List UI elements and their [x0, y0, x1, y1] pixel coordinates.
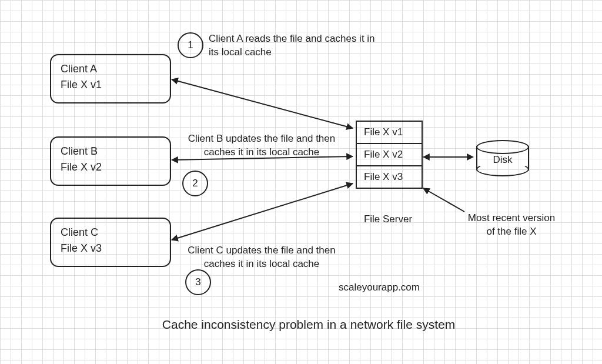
step-2-text: Client B updates the file and thencaches…	[176, 132, 347, 159]
step-3-circle: 3	[185, 269, 211, 295]
client-a-name: Client A	[61, 61, 160, 77]
diagram-title: Cache inconsistency problem in a network…	[123, 318, 494, 332]
step-1-text: Client A reads the file and caches it in…	[209, 32, 403, 59]
diagram-canvas: Client A File X v1 Client B File X v2 Cl…	[0, 0, 602, 364]
client-c-box: Client C File X v3	[50, 218, 171, 267]
client-c-name: Client C	[61, 225, 160, 241]
client-c-file: File X v3	[61, 241, 160, 256]
arrow-most-recent	[423, 188, 464, 212]
server-row-1: File X v1	[357, 122, 422, 143]
step-3-number: 3	[195, 276, 200, 288]
step-1-circle: 1	[178, 32, 203, 58]
file-server-box: File X v1 File X v2 File X v3	[356, 121, 423, 189]
file-server-label: File Server	[356, 213, 420, 226]
step-2-number: 2	[192, 178, 198, 189]
disk-label: Disk	[476, 143, 529, 176]
step-3-text: Client C updates the file and thencaches…	[176, 244, 347, 271]
step-1-number: 1	[188, 39, 193, 51]
site-label: scaleyourapp.com	[326, 281, 432, 295]
server-row-3: File X v3	[357, 165, 422, 188]
client-b-box: Client B File X v2	[50, 136, 171, 186]
arrow-client-a	[172, 79, 353, 128]
step-2-circle: 2	[182, 171, 208, 196]
disk-icon: Disk	[476, 140, 529, 176]
client-b-file: File X v2	[61, 159, 160, 175]
client-a-file: File X v1	[61, 77, 160, 93]
server-row-2: File X v2	[357, 143, 422, 165]
client-b-name: Client B	[61, 143, 160, 159]
client-a-box: Client A File X v1	[50, 54, 171, 103]
most-recent-label: Most recent versionof the file X	[453, 212, 570, 239]
